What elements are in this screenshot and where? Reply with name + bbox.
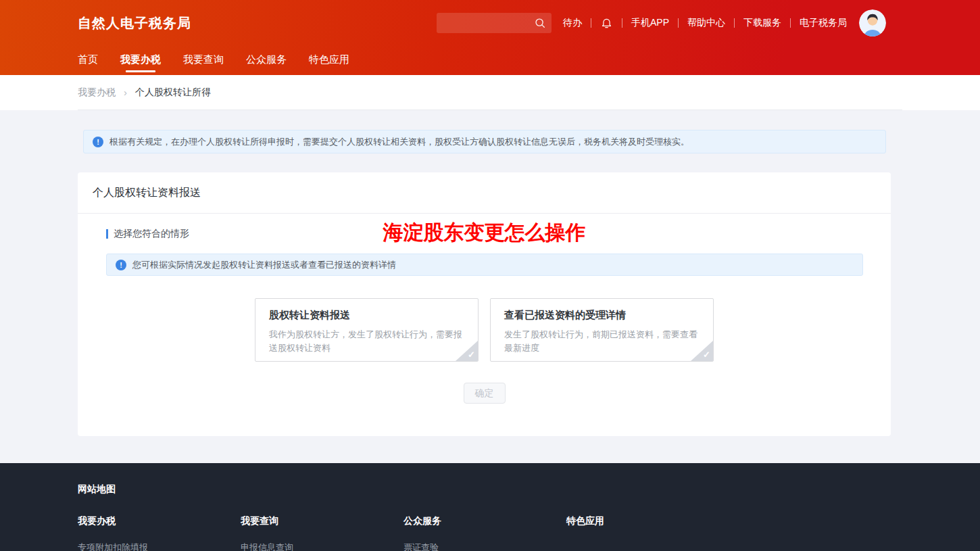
header-top: 自然人电子税务局 待办 手机APP 帮助中心 xyxy=(0,0,980,46)
option-card-view-status[interactable]: 查看已报送资料的受理详情 发生了股权转让行为，前期已报送资料，需要查看最新进度 … xyxy=(490,298,714,362)
sitemap-title: 网站地图 xyxy=(78,483,980,496)
option-description: 我作为股权转让方，发生了股权转让行为，需要报送股权转让资料 xyxy=(269,328,464,355)
breadcrumb: 我要办税 › 个人股权转让所得 xyxy=(78,75,902,110)
red-annotation-text: 海淀股东变更怎么操作 xyxy=(383,219,586,247)
chevron-right-icon: › xyxy=(124,87,127,98)
footer-heading: 公众服务 xyxy=(403,515,566,527)
section-accent-bar xyxy=(106,229,108,239)
panel-body: 选择您符合的情形 海淀股东变更怎么操作 ! 您可根据实际情况发起股权转让资料报送… xyxy=(78,214,891,404)
divider xyxy=(790,18,791,28)
divider xyxy=(734,18,735,28)
etax-bureau-link[interactable]: 电子税务局 xyxy=(800,17,847,29)
section-label: 选择您符合的情形 xyxy=(114,228,189,240)
divider xyxy=(678,18,679,28)
nav-tax-handling[interactable]: 我要办税 xyxy=(120,46,161,75)
nav-inquiry[interactable]: 我要查询 xyxy=(183,46,224,75)
footer-columns: 我要办税 专项附加扣除填报 我要查询 申报信息查询 公众服务 票证查验 特色应用 xyxy=(78,515,980,551)
footer-heading: 我要办税 xyxy=(78,515,241,527)
help-center-link[interactable]: 帮助中心 xyxy=(687,17,725,29)
option-description: 发生了股权转让行为，前期已报送资料，需要查看最新进度 xyxy=(504,328,700,355)
check-glyph: ✓ xyxy=(468,350,478,361)
search-icon[interactable] xyxy=(534,17,546,29)
footer-col-featured-apps: 特色应用 xyxy=(566,515,729,551)
site-footer: 网站地图 我要办税 专项附加扣除填报 我要查询 申报信息查询 公众服务 票证查验… xyxy=(0,463,980,551)
page-notice-text: 根据有关规定，在办理个人股权转让所得申报时，需要提交个人股权转让相关资料，股权受… xyxy=(109,136,689,148)
main-nav: 首页 我要办税 我要查询 公众服务 特色应用 xyxy=(0,46,980,75)
download-service-link[interactable]: 下载服务 xyxy=(743,17,781,29)
divider xyxy=(622,18,622,28)
inner-notice-text: 您可根据实际情况发起股权转让资料报送或者查看已报送的资料详情 xyxy=(132,259,396,271)
user-avatar[interactable] xyxy=(859,9,886,37)
footer-col-inquiry: 我要查询 申报信息查询 xyxy=(241,515,403,551)
divider xyxy=(591,18,591,28)
mobile-app-link[interactable]: 手机APP xyxy=(631,17,669,29)
footer-col-tax-handling: 我要办税 专项附加扣除填报 xyxy=(78,515,241,551)
inner-notice-banner: ! 您可根据实际情况发起股权转让资料报送或者查看已报送的资料详情 xyxy=(106,254,863,276)
check-glyph: ✓ xyxy=(703,350,713,361)
confirm-row: 确定 xyxy=(106,383,862,404)
footer-link[interactable]: 专项附加扣除填报 xyxy=(78,542,241,551)
info-icon: ! xyxy=(93,137,103,147)
bell-icon[interactable] xyxy=(600,16,613,30)
option-title: 股权转让资料报送 xyxy=(269,309,464,322)
nav-home[interactable]: 首页 xyxy=(78,46,98,75)
option-card-submit-materials[interactable]: 股权转让资料报送 我作为股权转让方，发生了股权转让行为，需要报送股权转让资料 ✓ xyxy=(255,298,479,362)
page-notice-banner: ! 根据有关规定，在办理个人股权转让所得申报时，需要提交个人股权转让相关资料，股… xyxy=(83,130,886,153)
site-header: 自然人电子税务局 待办 手机APP 帮助中心 xyxy=(0,0,980,75)
search-input[interactable] xyxy=(437,13,552,33)
breadcrumb-current: 个人股权转让所得 xyxy=(135,87,211,99)
option-title: 查看已报送资料的受理详情 xyxy=(504,309,700,322)
info-icon: ! xyxy=(116,260,126,270)
footer-heading: 特色应用 xyxy=(566,515,729,527)
site-logo[interactable]: 自然人电子税务局 xyxy=(78,14,191,32)
panel-title: 个人股权转让资料报送 xyxy=(78,172,891,214)
confirm-button[interactable]: 确定 xyxy=(464,383,506,404)
main-panel: 个人股权转让资料报送 选择您符合的情形 海淀股东变更怎么操作 ! 您可根据实际情… xyxy=(78,172,891,436)
breadcrumb-strip: 我要办税 › 个人股权转让所得 xyxy=(0,75,980,110)
footer-link[interactable]: 票证查验 xyxy=(403,542,566,551)
nav-featured-apps[interactable]: 特色应用 xyxy=(309,46,349,75)
options-row: 股权转让资料报送 我作为股权转让方，发生了股权转让行为，需要报送股权转让资料 ✓… xyxy=(106,298,862,362)
footer-heading: 我要查询 xyxy=(241,515,403,527)
pending-tasks-link[interactable]: 待办 xyxy=(563,17,582,29)
header-actions: 待办 手机APP 帮助中心 下载服务 电子税务局 xyxy=(437,9,886,37)
footer-col-public-services: 公众服务 票证查验 xyxy=(403,515,566,551)
footer-link[interactable]: 申报信息查询 xyxy=(241,542,403,551)
nav-public-services[interactable]: 公众服务 xyxy=(246,46,287,75)
breadcrumb-parent[interactable]: 我要办税 xyxy=(78,87,116,99)
